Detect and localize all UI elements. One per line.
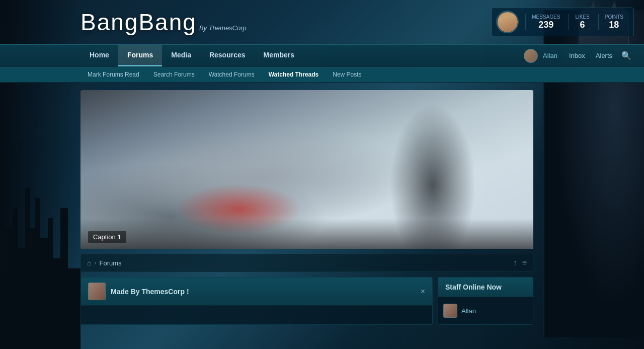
search-icon[interactable]: 🔍 [619, 51, 634, 60]
messages-label: Messages [532, 14, 560, 20]
staff-member: Allan [443, 301, 528, 320]
header: BangBang By ThemesCorp Messages 239 Like… [0, 0, 644, 44]
side-panel-title: Staff Online Now [445, 283, 502, 291]
hero-caption: Caption 1 [88, 231, 126, 243]
site-subtitle: By ThemesCorp [199, 24, 247, 32]
main-panel: Made By ThemesCorp ! × [80, 277, 433, 325]
staff-name[interactable]: Allan [461, 307, 476, 315]
page-wrapper: BangBang By ThemesCorp Messages 239 Like… [0, 0, 644, 325]
nav-alerts[interactable]: Alerts [592, 52, 616, 59]
user-avatar [496, 11, 519, 33]
stat-likes: Likes 6 [569, 14, 595, 30]
points-value: 18 [609, 20, 619, 30]
panel-title-area: Made By ThemesCorp ! [88, 283, 189, 300]
bottom-panels: Made By ThemesCorp ! × Staff Online Now … [80, 277, 533, 325]
panel-avatar [88, 283, 106, 300]
nav-user-avatar [524, 49, 538, 63]
sub-nav: Mark Forums Read Search Forums Watched F… [0, 67, 644, 83]
subnav-watched-forums[interactable]: Watched Forums [202, 67, 262, 82]
breadcrumb-left: ⌂ › Forums [87, 259, 122, 267]
menu-icon[interactable]: ≡ [522, 258, 527, 267]
user-stats-panel: Messages 239 Likes 6 Points 18 [492, 8, 634, 36]
upload-icon[interactable]: ↑ [513, 258, 517, 267]
nav-inbox[interactable]: Inbox [565, 52, 589, 59]
likes-value: 6 [580, 20, 585, 30]
nav-items: Home Forums Media Resources Members [80, 45, 303, 66]
main-nav: Home Forums Media Resources Members Alla… [0, 44, 644, 67]
breadcrumb-separator: › [94, 259, 96, 266]
breadcrumb-forums[interactable]: Forums [99, 259, 121, 267]
nav-resources[interactable]: Resources [200, 45, 255, 66]
subnav-watched-threads[interactable]: Watched Threads [262, 67, 326, 82]
side-panel: Staff Online Now Allan [438, 277, 533, 325]
subnav-mark-read[interactable]: Mark Forums Read [80, 67, 146, 82]
nav-home[interactable]: Home [80, 45, 118, 66]
logo-row: BangBang By ThemesCorp [80, 11, 247, 34]
nav-members[interactable]: Members [255, 45, 303, 66]
panel-title: Made By ThemesCorp ! [111, 288, 189, 296]
staff-avatar [443, 304, 457, 318]
nav-right: Allan Inbox Alerts 🔍 [524, 49, 634, 63]
panel-header: Made By ThemesCorp ! × [81, 277, 432, 306]
content-area: Caption 1 ⌂ › Forums ↑ ≡ Made By ThemesC [0, 90, 644, 325]
nav-forums[interactable]: Forums [118, 45, 162, 66]
hero-banner: Caption 1 [80, 90, 533, 249]
subnav-search-forums[interactable]: Search Forums [146, 67, 202, 82]
likes-label: Likes [575, 14, 589, 20]
hero-overlay [80, 219, 533, 249]
nav-username[interactable]: Allan [543, 52, 557, 59]
side-panel-header: Staff Online Now [438, 277, 533, 297]
avatar-face [498, 12, 518, 32]
home-icon[interactable]: ⌂ [87, 259, 91, 267]
logo-area: BangBang By ThemesCorp [80, 11, 247, 34]
nav-media[interactable]: Media [162, 45, 200, 66]
stat-points: Points 18 [598, 14, 629, 30]
stat-messages: Messages 239 [525, 14, 566, 30]
points-label: Points [605, 14, 623, 20]
side-panel-body: Allan [438, 297, 533, 324]
breadcrumb-right: ↑ ≡ [513, 258, 527, 267]
panel-close-button[interactable]: × [421, 287, 425, 296]
site-title: BangBang [80, 11, 197, 34]
subnav-new-posts[interactable]: New Posts [326, 67, 368, 82]
breadcrumb-bar: ⌂ › Forums ↑ ≡ [80, 254, 533, 272]
messages-value: 239 [538, 20, 553, 30]
